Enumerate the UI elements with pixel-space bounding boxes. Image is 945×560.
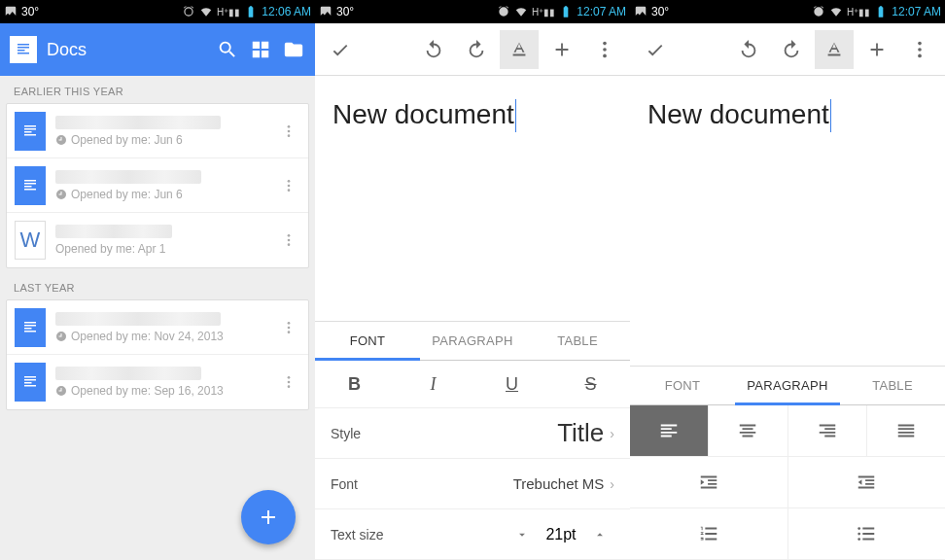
- doc-row[interactable]: Opened by me: Jun 6: [7, 104, 308, 158]
- svg-point-14: [288, 385, 291, 388]
- document-body[interactable]: New document: [630, 76, 945, 270]
- bulleted-list-button[interactable]: [788, 508, 946, 559]
- indent-decrease-button[interactable]: [788, 457, 946, 508]
- tab-paragraph[interactable]: PARAGRAPH: [420, 322, 525, 360]
- svg-point-15: [603, 41, 607, 45]
- text-size-stepper: Text size 21pt: [315, 509, 630, 560]
- svg-point-18: [918, 41, 922, 45]
- align-justify-button[interactable]: [867, 405, 945, 456]
- doc-row[interactable]: Opened by me: Sep 16, 2013: [7, 355, 308, 409]
- doc-meta: Opened by me: Jun 6: [71, 133, 183, 147]
- svg-point-17: [603, 53, 607, 57]
- search-button[interactable]: [216, 38, 239, 61]
- done-button[interactable]: [321, 30, 360, 69]
- format-tabs: FONT PARAGRAPH TABLE: [630, 366, 945, 405]
- search-icon: [217, 39, 238, 60]
- bold-button[interactable]: B: [315, 361, 394, 407]
- underline-button[interactable]: U: [472, 361, 551, 407]
- svg-point-9: [288, 322, 291, 325]
- row-overflow-button[interactable]: [277, 320, 300, 335]
- doc-row[interactable]: W Opened by me: Apr 1: [7, 213, 308, 267]
- style-picker[interactable]: Style Title›: [315, 408, 630, 459]
- style-label: Style: [331, 426, 557, 441]
- folder-icon: [283, 39, 304, 60]
- align-right-button[interactable]: [788, 405, 867, 456]
- row-overflow-button[interactable]: [277, 374, 300, 390]
- alarm-icon: [497, 5, 510, 18]
- svg-point-11: [288, 331, 291, 333]
- undo-icon: [738, 39, 759, 60]
- grid-icon: [250, 39, 271, 60]
- tab-table[interactable]: TABLE: [840, 367, 945, 404]
- overflow-button[interactable]: [585, 30, 624, 69]
- word-type-icon: W: [15, 221, 46, 260]
- row-overflow-button[interactable]: [277, 178, 300, 193]
- redo-icon: [781, 39, 802, 60]
- more-vert-icon: [281, 374, 297, 390]
- battery-icon: [559, 5, 573, 18]
- svg-point-19: [918, 48, 922, 52]
- italic-button[interactable]: I: [394, 361, 472, 407]
- align-center-button[interactable]: [709, 405, 788, 456]
- document-body[interactable]: New document: [315, 76, 630, 270]
- row-overflow-button[interactable]: [277, 123, 300, 139]
- tab-paragraph[interactable]: PARAGRAPH: [735, 367, 840, 404]
- redo-button[interactable]: [772, 30, 811, 69]
- text-cursor: [830, 99, 831, 132]
- undo-icon: [423, 39, 444, 60]
- document-text: New document: [332, 99, 514, 130]
- done-button[interactable]: [636, 30, 675, 69]
- svg-point-21: [858, 527, 861, 530]
- insert-button[interactable]: [542, 30, 581, 69]
- check-icon: [330, 39, 351, 60]
- more-vert-icon: [281, 320, 297, 335]
- new-doc-fab[interactable]: [241, 490, 296, 544]
- doc-meta: Opened by me: Nov 24, 2013: [71, 330, 224, 343]
- format-button[interactable]: [500, 30, 539, 69]
- wifi-icon: [199, 5, 213, 18]
- more-vert-icon: [281, 123, 297, 139]
- align-justify-icon: [895, 420, 917, 441]
- size-value: 21pt: [537, 526, 585, 543]
- status-bar: 30° H⁺▮▮ 12:06 AM: [0, 0, 315, 23]
- undo-button[interactable]: [414, 30, 453, 69]
- tab-font[interactable]: FONT: [315, 322, 420, 360]
- svg-point-10: [288, 326, 291, 329]
- undo-button[interactable]: [729, 30, 768, 69]
- row-overflow-button[interactable]: [277, 232, 300, 248]
- folder-button[interactable]: [282, 38, 305, 61]
- status-temp: 30°: [21, 5, 39, 18]
- numbered-list-button[interactable]: [630, 508, 788, 559]
- docs-logo-icon: [10, 36, 37, 63]
- wifi-icon: [829, 5, 843, 18]
- more-vert-icon: [281, 232, 297, 248]
- doc-meta: Opened by me: Sep 16, 2013: [71, 384, 224, 398]
- tab-table[interactable]: TABLE: [525, 322, 630, 360]
- grid-view-button[interactable]: [249, 38, 272, 61]
- size-increase-button[interactable]: [585, 520, 614, 549]
- insert-button[interactable]: [858, 30, 896, 69]
- chevron-up-icon: [593, 528, 607, 542]
- format-button[interactable]: [815, 30, 854, 69]
- doc-row[interactable]: Opened by me: Jun 6: [7, 158, 308, 213]
- section-header: LAST YEAR: [0, 272, 315, 299]
- indent-decrease-icon: [856, 472, 877, 493]
- redo-button[interactable]: [457, 30, 496, 69]
- image-icon: [634, 5, 648, 18]
- align-left-button[interactable]: [630, 405, 709, 456]
- doc-row[interactable]: Opened by me: Nov 24, 2013: [7, 300, 308, 355]
- doc-title-redacted: [55, 225, 172, 238]
- svg-point-8: [288, 243, 291, 246]
- doc-type-icon: [15, 112, 46, 151]
- style-value: Title: [557, 418, 604, 448]
- tab-font[interactable]: FONT: [630, 367, 735, 404]
- strike-button[interactable]: S: [551, 361, 630, 407]
- size-decrease-button[interactable]: [508, 520, 537, 549]
- overflow-button[interactable]: [900, 30, 939, 69]
- history-icon: [55, 134, 67, 146]
- svg-point-5: [288, 189, 291, 192]
- font-picker[interactable]: Font Trebuchet MS›: [315, 459, 630, 509]
- battery-icon: [244, 5, 258, 18]
- image-icon: [319, 5, 332, 18]
- indent-increase-button[interactable]: [630, 457, 788, 508]
